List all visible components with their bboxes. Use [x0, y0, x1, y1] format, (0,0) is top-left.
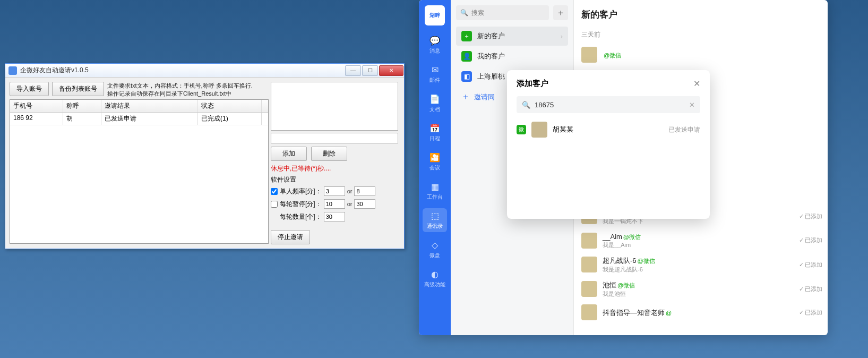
round-pause-label: 每轮暂停[分]：	[280, 200, 322, 209]
nav-label: 高级功能	[424, 281, 445, 288]
client-row[interactable]: 超凡战队-6@微信我是超凡战队-6✓已添加	[581, 252, 828, 277]
wechat-tag: @微信	[604, 52, 621, 58]
nav-rail: 湖畔 💬消息✉邮件📄文档📅日程🎦会议▦工作台⬚通讯录◇微盘◐高级功能	[419, 0, 451, 335]
day-header: 三天前	[581, 30, 828, 39]
col-result[interactable]: 邀请结果	[101, 100, 198, 112]
delete-button[interactable]: 删除	[311, 147, 347, 161]
wechat-icon: 微	[517, 125, 526, 134]
single-rate-max-input[interactable]	[354, 186, 375, 196]
nav-日程[interactable]: 📅日程	[423, 121, 447, 144]
nav-label: 消息	[429, 47, 440, 55]
add-customer-popup: 添加客户 ✕ 🔍 18675 ✕ 微 胡某某 已发送申请	[507, 70, 710, 219]
sidebar-icon: ◧	[461, 71, 472, 82]
client-sub: 我是__Aim	[603, 241, 641, 249]
added-badge: ✓已添加	[799, 212, 822, 220]
single-rate-checkbox[interactable]	[271, 188, 278, 195]
col-name[interactable]: 称呼	[63, 100, 101, 112]
round-pause-checkbox[interactable]	[271, 201, 278, 208]
chevron-right-icon: ›	[561, 32, 563, 40]
log-textarea[interactable]	[271, 82, 398, 131]
instruction-text: 文件要求txt文本，内容格式：手机号,称呼 多条回车换行. 操作记录自动保存在同…	[107, 82, 253, 98]
round-count-input[interactable]	[324, 212, 345, 221]
nav-label: 邮件	[429, 76, 440, 84]
search-input[interactable]: 🔍 搜索	[456, 5, 549, 20]
client-name: 超凡战队-6	[603, 257, 637, 265]
minimize-button[interactable]: —	[345, 65, 361, 76]
table-row[interactable]: 186 92 胡 已发送申请 已完成(1)	[10, 113, 268, 125]
avatar	[581, 47, 597, 63]
backup-list-button[interactable]: 备份列表账号	[52, 82, 104, 96]
check-icon: ✓	[799, 261, 804, 268]
maximize-button[interactable]: ☐	[362, 65, 378, 76]
nav-文档[interactable]: 📄文档	[423, 91, 447, 115]
col-status[interactable]: 状态	[198, 100, 262, 112]
avatar	[581, 304, 597, 320]
import-accounts-button[interactable]: 导入账号	[10, 82, 49, 96]
add-button[interactable]: 添加	[271, 147, 307, 161]
page-title: 新的客户	[581, 8, 828, 21]
added-badge: ✓已添加	[799, 261, 822, 269]
nav-会议[interactable]: 🎦会议	[423, 150, 447, 174]
nav-label: 微盘	[429, 252, 440, 259]
input-line[interactable]	[271, 133, 398, 143]
nav-消息[interactable]: 💬消息	[423, 33, 447, 57]
titlebar[interactable]: 企微好友自动邀请v1.0.5 — ☐ ✕	[5, 64, 404, 78]
stop-invite-button[interactable]: 停止邀请	[271, 230, 310, 244]
check-icon: ✓	[799, 213, 804, 220]
col-phone[interactable]: 手机号	[10, 100, 63, 112]
single-rate-label: 单人频率[分]：	[280, 187, 322, 196]
single-rate-min-input[interactable]	[324, 186, 345, 196]
workspace-logo[interactable]: 湖畔	[425, 5, 445, 25]
accounts-table: 手机号 称呼 邀请结果 状态 186 92 胡 已发送申请 已完成(1)	[10, 99, 269, 244]
nav-微盘[interactable]: ◇微盘	[423, 237, 447, 261]
round-count-label: 每轮数量[个]：	[280, 212, 322, 221]
added-badge: ✓已添加	[799, 309, 822, 317]
result-status: 已发送申请	[668, 125, 700, 134]
search-icon: 🔍	[460, 9, 468, 16]
close-button[interactable]: ✕	[379, 65, 403, 76]
avatar	[581, 233, 597, 249]
add-button[interactable]: ＋	[553, 5, 568, 20]
app-icon	[8, 66, 17, 75]
check-icon: ✓	[799, 237, 804, 244]
client-row[interactable]: @微信	[581, 44, 828, 66]
client-row[interactable]: 池恒@微信我是池恒✓已添加	[581, 277, 828, 301]
wechat-tag: @微信	[617, 282, 635, 288]
waiting-status: 休息中,已等待(*)秒....	[271, 164, 398, 173]
client-name: 池恒	[603, 281, 616, 289]
round-pause-max-input[interactable]	[354, 199, 375, 209]
or-label: or	[347, 188, 353, 194]
sidebar-icon: ＋	[461, 31, 472, 41]
nav-工作台[interactable]: ▦工作台	[423, 179, 447, 203]
popup-title: 添加客户	[517, 79, 693, 89]
nav-icon: ◇	[429, 240, 440, 250]
avatar	[581, 281, 597, 297]
nav-icon: ◐	[429, 269, 440, 279]
wechat-tag: @	[666, 310, 672, 316]
sidebar-item[interactable]: 👤我的客户	[456, 47, 568, 66]
popup-search-input[interactable]: 🔍 18675 ✕	[517, 96, 700, 113]
wechat-tag: @微信	[623, 234, 641, 240]
search-placeholder: 搜索	[471, 8, 484, 18]
invite-app-window: 企微好友自动邀请v1.0.5 — ☐ ✕ 导入账号 备份列表账号 文件要求txt…	[5, 63, 405, 249]
wechat-tag: @微信	[638, 258, 655, 264]
sidebar-label: 新的客户	[477, 31, 505, 41]
nav-通讯录[interactable]: ⬚通讯录	[423, 208, 447, 232]
client-sub: 我是超凡战队-6	[603, 266, 655, 274]
or-label-2: or	[347, 201, 353, 207]
window-title: 企微好友自动邀请v1.0.5	[20, 66, 345, 75]
round-pause-min-input[interactable]	[324, 199, 345, 209]
nav-高级功能[interactable]: ◐高级功能	[423, 267, 447, 291]
check-icon: ✓	[799, 286, 804, 293]
result-name: 胡某某	[553, 125, 573, 134]
nav-label: 文档	[429, 106, 440, 113]
sidebar-item[interactable]: ＋新的客户›	[456, 27, 568, 46]
nav-label: 通讯录	[427, 223, 443, 230]
client-row[interactable]: __Aim@微信我是__Aim✓已添加	[581, 228, 828, 252]
nav-icon: 💬	[429, 35, 440, 46]
nav-邮件[interactable]: ✉邮件	[423, 62, 447, 86]
search-result-row[interactable]: 微 胡某某 已发送申请	[517, 122, 700, 138]
close-icon[interactable]: ✕	[693, 79, 700, 89]
clear-icon[interactable]: ✕	[689, 101, 695, 109]
client-row[interactable]: 抖音指导—知音老师@✓已添加	[581, 301, 828, 323]
